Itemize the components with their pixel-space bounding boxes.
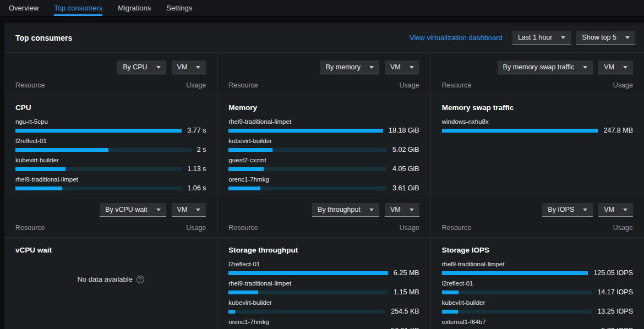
panel-storage-throughput: By throughput VM Resource Usage <box>217 195 430 329</box>
sort-by-dropdown[interactable]: By throughput <box>312 203 379 217</box>
tab-top-consumers[interactable]: Top consumers <box>46 0 110 16</box>
view-virtualization-dashboard-link[interactable]: View virtualization dashboard <box>410 34 503 42</box>
caret-down-icon <box>623 209 627 211</box>
consumer-row: rhel9-traditional-limpet1.15 MB <box>228 280 419 296</box>
progress-fill <box>442 271 588 275</box>
progress-fill <box>228 129 383 133</box>
progress-track <box>228 271 388 275</box>
panel-subheader: By throughput VM Resource Usage <box>217 195 430 238</box>
card-title: Top consumers <box>15 34 72 42</box>
show-top-dropdown[interactable]: Show top 5 <box>576 31 635 45</box>
usage-column-header: Usage <box>613 224 633 232</box>
resource-column-header: Resource <box>228 224 258 232</box>
progress-track <box>15 129 182 133</box>
resource-name: rhel9-traditional-limpet <box>15 176 206 183</box>
resource-name: ngu-rt-5cpu <box>15 118 206 125</box>
consumer-row: rhel9-traditional-limpet18.18 GiB <box>228 118 419 134</box>
panel-title: Storage IOPS <box>442 246 633 254</box>
progress-track <box>442 271 588 275</box>
usage-value: 14.17 IOPS <box>597 288 633 296</box>
usage-value: 18.18 GiB <box>389 127 419 134</box>
resource-name: rhel9-traditional-limpet <box>228 118 419 125</box>
resource-type-dropdown[interactable]: VM <box>385 203 419 217</box>
resource-type-value: VM <box>177 206 188 213</box>
sort-by-dropdown[interactable]: By CPU <box>117 61 166 74</box>
panel-cpu: By CPU VM Resource Usage CPU <box>4 53 217 195</box>
progress-track <box>228 187 387 190</box>
usage-value: 56.21 KB <box>391 327 419 329</box>
usage-column-header: Usage <box>400 81 419 89</box>
progress-track <box>442 290 592 294</box>
resource-name: l2reflect-01 <box>15 138 206 144</box>
resource-column-header: Resource <box>442 81 472 89</box>
resource-type-dropdown[interactable]: VM <box>172 203 206 217</box>
sort-by-value: By throughput <box>318 206 361 213</box>
tab-settings[interactable]: Settings <box>159 0 200 16</box>
resource-type-dropdown[interactable]: VM <box>598 61 633 74</box>
consumer-row: rhel9-traditional-limpet125.05 IOPS <box>442 261 633 277</box>
progress-track <box>228 129 383 133</box>
sort-by-dropdown[interactable]: By memory <box>320 61 379 74</box>
progress-track <box>15 148 192 152</box>
consumer-row: ngu-rt-5cpu3.77 s <box>15 118 206 134</box>
progress-fill <box>228 290 258 294</box>
panel-subheader: By IOPS VM Resource Usage <box>431 195 644 238</box>
consumer-row: kubevirt-builder254.5 KB <box>228 299 419 315</box>
resource-name: kubevirt-builder <box>228 299 419 306</box>
resource-name: rhel9-traditional-limpet <box>442 261 633 267</box>
progress-track <box>442 310 592 314</box>
progress-track <box>442 129 598 133</box>
usage-value: 5.79 IOPS <box>601 327 633 329</box>
resource-type-dropdown[interactable]: VM <box>598 203 633 217</box>
tab-migrations[interactable]: Migrations <box>110 0 159 16</box>
panel-title: Storage throughput <box>228 246 419 254</box>
caret-down-icon <box>583 209 587 211</box>
progress-fill <box>15 187 62 190</box>
panel-title: Memory swap traffic <box>442 103 633 112</box>
caret-down-icon <box>369 209 374 211</box>
caret-down-icon <box>561 36 565 39</box>
consumer-row: l2reflect-012 s <box>15 138 206 153</box>
usage-column-header: Usage <box>400 224 419 232</box>
progress-track <box>228 167 387 171</box>
progress-track <box>15 187 182 190</box>
time-range-dropdown[interactable]: Last 1 hour <box>512 31 571 45</box>
resource-type-value: VM <box>604 206 614 213</box>
sort-by-value: By IOPS <box>548 206 574 213</box>
sort-by-dropdown[interactable]: By memory swap traffic <box>498 61 593 74</box>
resource-name: kubevirt-builder <box>15 157 206 163</box>
resource-column-header: Resource <box>228 81 258 89</box>
sort-by-dropdown[interactable]: By vCPU wait <box>100 203 166 217</box>
usage-value: 6.25 MB <box>394 269 419 277</box>
caret-down-icon <box>410 209 414 211</box>
consumer-row: l2reflect-0114.17 IOPS <box>442 280 633 296</box>
usage-value: 4.05 GiB <box>392 165 419 173</box>
progress-track <box>228 310 385 314</box>
help-icon[interactable]: ? <box>137 276 144 283</box>
resource-column-header: Resource <box>442 224 472 232</box>
panel-memory-swap-traffic: By memory swap traffic VM Resource Usage <box>431 53 644 195</box>
resource-type-value: VM <box>177 63 188 71</box>
usage-value: 1.06 s <box>187 184 206 192</box>
caret-down-icon <box>196 66 200 69</box>
consumer-row: kubevirt-builder5.02 GiB <box>228 138 419 153</box>
progress-fill <box>228 148 272 152</box>
resource-name: external1-f64b7 <box>442 319 633 325</box>
resource-type-dropdown[interactable]: VM <box>172 61 206 74</box>
virtualization-overview-page: Overview Top consumers Migrations Settin… <box>0 0 644 329</box>
consumer-row: orenc1-7hmkg56.21 KB <box>228 319 419 329</box>
usage-value: 3.77 s <box>187 127 206 134</box>
usage-column-header: Usage <box>186 81 206 89</box>
sort-by-dropdown[interactable]: By IOPS <box>542 203 593 217</box>
consumer-row: guest2-cxzmt4.05 GiB <box>228 157 419 173</box>
resource-name: kubevirt-builder <box>228 138 419 144</box>
resource-type-dropdown[interactable]: VM <box>385 61 419 74</box>
progress-fill <box>442 129 598 133</box>
resource-type-value: VM <box>390 206 401 213</box>
consumer-row: windows-nxhu8x247.8 MB <box>442 118 633 134</box>
usage-value: 5.02 GiB <box>392 146 419 153</box>
sort-by-value: By vCPU wait <box>105 206 147 213</box>
tab-overview[interactable]: Overview <box>1 0 46 16</box>
usage-value: 1.15 MB <box>394 288 419 296</box>
caret-down-icon <box>583 66 587 69</box>
